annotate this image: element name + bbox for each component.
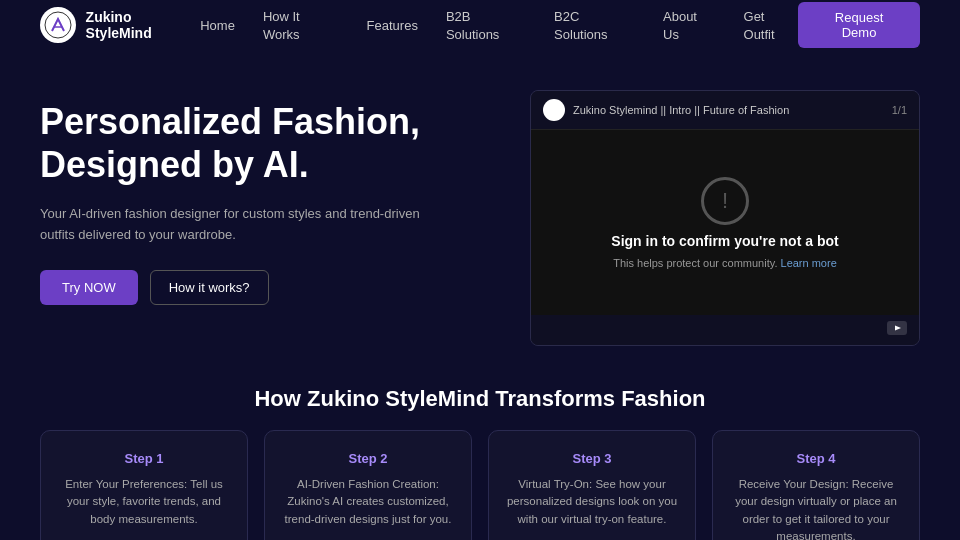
step-4-label: Step 4 xyxy=(729,451,903,466)
nav-logo: Zukino StyleMind xyxy=(40,7,200,43)
steps-grid: Step 1 Enter Your Preferences: Tell us y… xyxy=(0,430,960,540)
hero-subtext: Your AI-driven fashion designer for cust… xyxy=(40,204,420,246)
video-title: Zukino Stylemind || Intro || Future of F… xyxy=(573,104,789,116)
video-header-left: Zukino Stylemind || Intro || Future of F… xyxy=(543,99,789,121)
bot-check-title: Sign in to confirm you're not a bot xyxy=(611,233,838,249)
navbar: Zukino StyleMind Home How It Works Featu… xyxy=(0,0,960,50)
learn-more-link[interactable]: Learn more xyxy=(781,257,837,269)
video-footer xyxy=(531,315,919,345)
how-it-works-button[interactable]: How it works? xyxy=(150,270,269,305)
step-card-1: Step 1 Enter Your Preferences: Tell us y… xyxy=(40,430,248,540)
bot-check-sub: This helps protect our community. Learn … xyxy=(613,257,837,269)
nav-get-outfit[interactable]: Get Outfit xyxy=(744,9,775,42)
nav-b2b[interactable]: B2B Solutions xyxy=(446,9,499,42)
request-demo-button[interactable]: Request Demo xyxy=(798,2,920,48)
section-title-area: How Zukino StyleMind Transforms Fashion xyxy=(0,366,960,430)
svg-point-0 xyxy=(45,12,71,38)
nav-home[interactable]: Home xyxy=(200,18,235,33)
brand-name: Zukino StyleMind xyxy=(86,9,201,41)
step-3-label: Step 3 xyxy=(505,451,679,466)
step-card-3: Step 3 Virtual Try-On: See how your pers… xyxy=(488,430,696,540)
hero-section: Personalized Fashion, Designed by AI. Yo… xyxy=(0,50,960,366)
step-2-label: Step 2 xyxy=(281,451,455,466)
logo-icon xyxy=(40,7,76,43)
step-card-4: Step 4 Receive Your Design: Receive your… xyxy=(712,430,920,540)
step-2-desc: AI-Driven Fashion Creation: Zukino's AI … xyxy=(281,476,455,528)
youtube-icon xyxy=(887,321,907,339)
step-card-2: Step 2 AI-Driven Fashion Creation: Zukin… xyxy=(264,430,472,540)
hero-buttons: Try NOW How it works? xyxy=(40,270,500,305)
step-4-desc: Receive Your Design: Receive your design… xyxy=(729,476,903,540)
try-now-button[interactable]: Try NOW xyxy=(40,270,138,305)
hero-left: Personalized Fashion, Designed by AI. Yo… xyxy=(40,90,500,305)
section-title: How Zukino StyleMind Transforms Fashion xyxy=(40,386,920,412)
video-body: ! Sign in to confirm you're not a bot Th… xyxy=(531,130,919,315)
nav-links: Home How It Works Features B2B Solutions… xyxy=(200,7,798,43)
step-1-desc: Enter Your Preferences: Tell us your sty… xyxy=(57,476,231,528)
nav-how-it-works[interactable]: How It Works xyxy=(263,9,300,42)
nav-features[interactable]: Features xyxy=(367,18,418,33)
video-channel-logo xyxy=(543,99,565,121)
bot-check-overlay: ! Sign in to confirm you're not a bot Th… xyxy=(611,177,838,269)
hero-headline: Personalized Fashion, Designed by AI. xyxy=(40,100,500,186)
step-3-desc: Virtual Try-On: See how your personalize… xyxy=(505,476,679,528)
nav-about[interactable]: About Us xyxy=(663,9,697,42)
video-counter: 1/1 xyxy=(892,104,907,116)
bot-check-icon: ! xyxy=(701,177,749,225)
video-embed: Zukino Stylemind || Intro || Future of F… xyxy=(530,90,920,346)
video-header: Zukino Stylemind || Intro || Future of F… xyxy=(531,91,919,130)
step-1-label: Step 1 xyxy=(57,451,231,466)
nav-b2c[interactable]: B2C Solutions xyxy=(554,9,607,42)
